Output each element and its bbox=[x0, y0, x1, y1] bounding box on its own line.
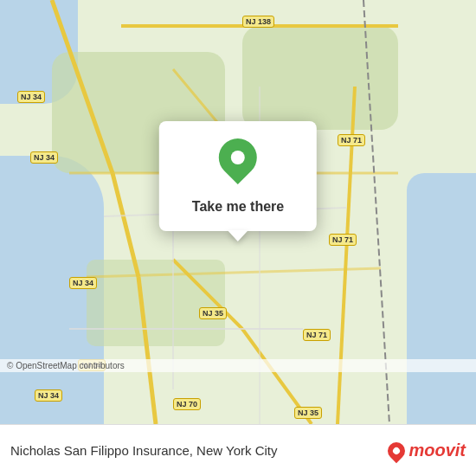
svg-line-1 bbox=[113, 173, 138, 277]
map-container: NJ 34NJ 34NJ 34NJ 34NJ 34NJ 35NJ 35NJ 70… bbox=[0, 0, 476, 424]
bottom-bar: Nicholas San Filippo Insurance, New York… bbox=[0, 424, 476, 476]
road-badge: NJ 34 bbox=[35, 389, 62, 402]
pin-wrapper bbox=[185, 138, 291, 187]
moovit-logo: moovit bbox=[388, 441, 466, 460]
location-pin-icon bbox=[211, 131, 265, 184]
popup-card: Take me there bbox=[159, 121, 317, 231]
road-badge: NJ 34 bbox=[17, 91, 45, 103]
moovit-text: moovit bbox=[408, 441, 466, 460]
road-badge: NJ 34 bbox=[30, 151, 58, 164]
road-badge: NJ 71 bbox=[329, 234, 357, 246]
osm-credit: © OpenStreetMap contributors bbox=[7, 361, 125, 370]
location-label: Nicholas San Filippo Insurance, New York… bbox=[10, 443, 277, 458]
road-badge: NJ 71 bbox=[338, 134, 365, 146]
take-me-there-button[interactable]: Take me there bbox=[185, 196, 291, 218]
road-badge: NJ 71 bbox=[303, 329, 331, 341]
road-badge: NJ 138 bbox=[242, 16, 274, 28]
road-badge: NJ 35 bbox=[294, 407, 322, 419]
svg-line-2 bbox=[138, 277, 156, 424]
svg-line-8 bbox=[87, 268, 381, 277]
svg-line-0 bbox=[52, 0, 113, 173]
moovit-pin-icon bbox=[384, 438, 408, 462]
road-badge: NJ 70 bbox=[173, 398, 201, 410]
pin-inner bbox=[231, 151, 245, 164]
road-badge: NJ 34 bbox=[69, 277, 97, 289]
attribution-bar: © OpenStreetMap contributors bbox=[0, 359, 476, 372]
road-badge: NJ 35 bbox=[199, 307, 227, 319]
